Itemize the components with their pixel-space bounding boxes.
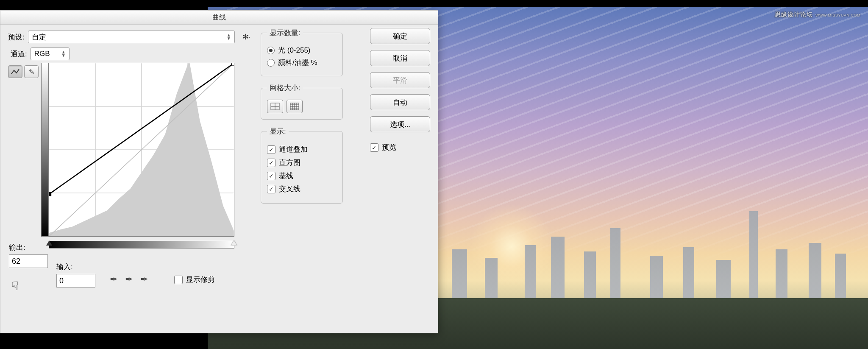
- curve-pencil-tool[interactable]: ✎: [24, 65, 39, 78]
- radio-ink[interactable]: 颜料/油墨 %: [267, 58, 337, 67]
- display-amount-group: 显示数量: 光 (0-255) 颜料/油墨 %: [261, 28, 343, 76]
- output-label: 输出:: [9, 243, 25, 252]
- preset-menu-icon[interactable]: ✻·: [242, 32, 251, 42]
- ok-button[interactable]: 确定: [370, 28, 430, 44]
- check-histogram[interactable]: ✓直方图: [267, 158, 337, 168]
- cancel-button[interactable]: 取消: [370, 50, 430, 66]
- grid-fine-button[interactable]: [287, 100, 303, 113]
- input-field[interactable]: 0: [56, 274, 95, 288]
- display-amount-legend: 显示数量:: [267, 28, 303, 38]
- black-point-slider[interactable]: [46, 240, 52, 246]
- check-crosshair[interactable]: ✓交叉线: [267, 184, 337, 194]
- grid-size-group: 网格大小:: [261, 83, 343, 120]
- auto-button[interactable]: 自动: [370, 94, 430, 110]
- black-eyedropper-icon[interactable]: ✒: [110, 274, 117, 285]
- grid-size-legend: 网格大小:: [267, 83, 303, 93]
- input-label: 输入:: [56, 262, 73, 272]
- output-field[interactable]: 62: [9, 254, 48, 268]
- on-image-adjust-icon[interactable]: ☟: [11, 279, 19, 293]
- channel-dropdown[interactable]: RGB ▲▼: [31, 47, 70, 60]
- gray-eyedropper-icon[interactable]: ✒: [125, 274, 133, 285]
- show-group: 显示: ✓通道叠加 ✓直方图 ✓基线 ✓交叉线: [261, 126, 343, 204]
- curves-graph[interactable]: [49, 63, 234, 237]
- channel-label: 通道:: [11, 49, 27, 59]
- grid-coarse-button[interactable]: [267, 100, 283, 113]
- white-point-slider[interactable]: [231, 240, 237, 246]
- curve-point-tool[interactable]: [8, 65, 22, 78]
- preview-label: 预览: [382, 142, 396, 152]
- dialog-title: 曲线: [0, 11, 438, 25]
- check-baseline[interactable]: ✓基线: [267, 171, 337, 181]
- show-legend: 显示:: [267, 126, 289, 136]
- smooth-button[interactable]: 平滑: [370, 72, 430, 88]
- radio-light[interactable]: 光 (0-255): [267, 45, 337, 55]
- options-button[interactable]: 选项...: [370, 116, 430, 132]
- preset-label: 预设:: [8, 32, 25, 42]
- svg-rect-9: [232, 63, 234, 65]
- watermark-text: 思缘设计论坛WWW.MISSYUAN.COM: [775, 11, 860, 19]
- output-gradient: [41, 63, 49, 237]
- show-clipping-label: 显示修剪: [186, 275, 215, 285]
- svg-rect-8: [49, 192, 51, 196]
- check-channel-overlay[interactable]: ✓通道叠加: [267, 145, 337, 154]
- input-gradient[interactable]: [49, 241, 234, 248]
- curves-dialog: 曲线 预设: 自定 ▲▼ ✻· 通道: RGB ▲▼: [0, 10, 438, 333]
- white-eyedropper-icon[interactable]: ✒: [140, 274, 148, 285]
- preset-dropdown[interactable]: 自定 ▲▼: [28, 31, 235, 43]
- show-clipping-checkbox[interactable]: [174, 276, 183, 284]
- preview-checkbox[interactable]: ✓: [370, 143, 378, 152]
